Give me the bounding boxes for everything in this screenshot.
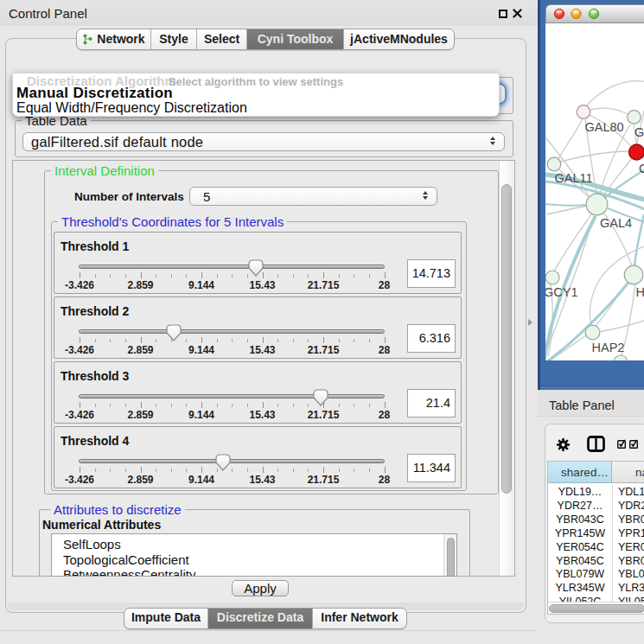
- svg-text:GAL4: GAL4: [600, 216, 632, 230]
- svg-text:HAP2: HAP2: [592, 341, 625, 354]
- svg-text:GAL80: GAL80: [585, 120, 624, 134]
- svg-text:HI: HI: [636, 285, 644, 299]
- svg-text:GAL11: GAL11: [555, 171, 593, 185]
- svg-text:GA: GA: [634, 125, 644, 139]
- svg-text:GCY1: GCY1: [545, 285, 578, 299]
- svg-text:C: C: [639, 162, 644, 175]
